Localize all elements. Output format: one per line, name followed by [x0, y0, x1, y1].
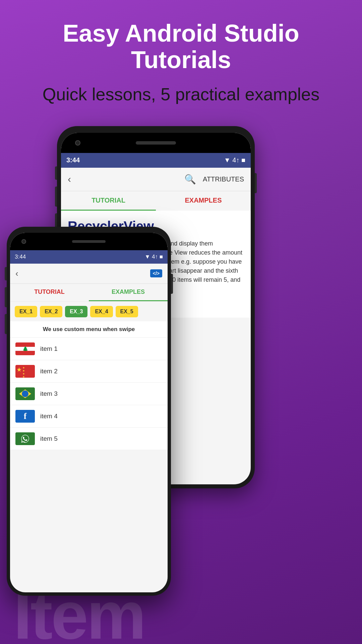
front-phone-camera — [21, 239, 26, 244]
whatsapp-icon — [15, 432, 35, 445]
list-item-label-2: item 2 — [40, 368, 58, 375]
side-button-left-2 — [55, 186, 57, 207]
header-section: Easy Android Studio Tutorials Quick less… — [0, 0, 362, 119]
back-arrow-icon[interactable]: ‹ — [68, 173, 71, 185]
front-back-arrow-icon[interactable]: ‹ — [15, 268, 18, 279]
facebook-icon: f — [15, 410, 35, 423]
list-item-label-5: item 5 — [40, 435, 58, 442]
back-phone-camera — [75, 140, 80, 146]
china-star-big: ★ — [16, 366, 22, 373]
flag-china-icon: ★ ★ ★ ★ ★ — [15, 365, 35, 378]
code-icon[interactable]: </> — [150, 269, 162, 277]
front-side-button-left-2 — [5, 287, 7, 307]
back-status-icons: ▼ 4↑ ■ — [224, 156, 245, 164]
front-phone-notch — [10, 233, 168, 250]
attributes-label: ATTRIBUTES — [203, 175, 244, 183]
list-item-label-3: item 3 — [40, 390, 58, 397]
front-phone-tabs: TUTORIAL EXAMPLES — [10, 284, 168, 302]
subtitle: Quick lessons, 5 practical examples — [27, 83, 335, 106]
tab-examples-back[interactable]: EXAMPLES — [156, 191, 251, 211]
example-button-2[interactable]: EX_2 — [40, 306, 62, 317]
back-app-bar-right: 🔍 ATTRIBUTES — [184, 174, 244, 185]
back-phone-speaker — [136, 141, 176, 145]
list-item-label-1: item 1 — [40, 345, 58, 353]
example-buttons-row: EX_1 EX_2 EX_3 EX_4 EX_5 — [10, 302, 168, 321]
tab-tutorial-front[interactable]: TUTORIAL — [10, 284, 89, 301]
back-status-time: 3:44 — [66, 156, 80, 164]
list-item[interactable]: 🌲 item 1 — [10, 338, 168, 360]
front-phone-status-bar: 3:44 ▼ 4↑ ■ — [10, 250, 168, 264]
phones-container: 3:44 ▼ 4↑ ■ ‹ 🔍 ATTRIBUTES TUTORIAL EXAM… — [0, 126, 362, 612]
example-button-5[interactable]: EX_5 — [116, 306, 138, 317]
front-side-button-left-1 — [5, 267, 7, 280]
tab-tutorial-back[interactable]: TUTORIAL — [61, 191, 156, 211]
back-phone-app-bar: ‹ 🔍 ATTRIBUTES — [61, 168, 251, 191]
list-item[interactable]: item 3 — [10, 383, 168, 405]
search-icon[interactable]: 🔍 — [184, 174, 196, 185]
front-status-icons: ▼ 4↑ ■ — [145, 254, 163, 260]
side-button-right — [255, 173, 257, 193]
front-phone: 3:44 ▼ 4↑ ■ ‹ </> TUTORIAL EXAMPLES EX_1… — [7, 227, 171, 596]
main-title: Easy Android Studio Tutorials — [27, 20, 335, 73]
flag-brazil-icon — [15, 387, 35, 400]
brazil-diamond — [19, 389, 31, 398]
side-button-left-1 — [55, 166, 57, 180]
front-side-button-left-3 — [5, 314, 7, 334]
list-item[interactable]: f item 4 — [10, 405, 168, 428]
front-phone-speaker — [72, 240, 106, 243]
back-phone-notch — [61, 133, 251, 153]
list-item[interactable]: ★ ★ ★ ★ ★ item 2 — [10, 360, 168, 383]
front-phone-screen: 3:44 ▼ 4↑ ■ ‹ </> TUTORIAL EXAMPLES EX_1… — [10, 233, 168, 592]
tab-examples-front[interactable]: EXAMPLES — [89, 284, 168, 301]
brazil-circle — [22, 390, 28, 397]
list-item-label-4: item 4 — [40, 413, 58, 420]
back-phone-tabs: TUTORIAL EXAMPLES — [61, 191, 251, 211]
example-button-3[interactable]: EX_3 — [65, 306, 87, 317]
front-side-button-right — [171, 274, 173, 294]
back-phone-status-bar: 3:44 ▼ 4↑ ■ — [61, 153, 251, 168]
custom-menu-text: We use custom menu when swipe — [10, 321, 168, 338]
list-item[interactable]: item 5 — [10, 428, 168, 450]
china-stars-small: ★ ★ ★ ★ — [22, 366, 25, 378]
front-status-time: 3:44 — [15, 254, 26, 260]
front-phone-app-bar: ‹ </> — [10, 264, 168, 284]
example-button-4[interactable]: EX_4 — [90, 306, 113, 317]
example-button-1[interactable]: EX_1 — [15, 306, 37, 317]
flag-lebanon-icon: 🌲 — [15, 342, 35, 355]
